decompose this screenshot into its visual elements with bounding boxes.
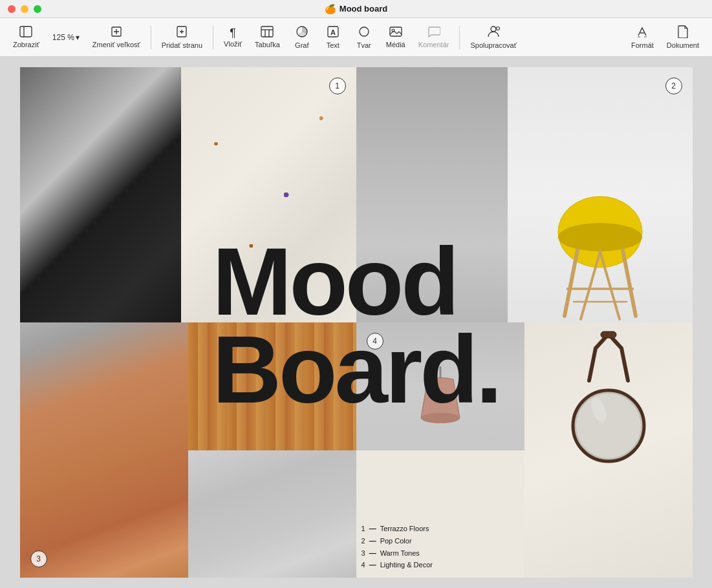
toolbar-label-format: Formát bbox=[631, 41, 654, 49]
canvas[interactable]: 1 bbox=[0, 57, 712, 588]
format-icon bbox=[636, 25, 649, 40]
toolbar-item-vlozit[interactable]: ¶ Vložiť bbox=[219, 25, 247, 50]
traffic-lights bbox=[8, 5, 41, 13]
toolbar-label-komentar: Komentár bbox=[418, 41, 449, 48]
page-badge-3: 3 bbox=[30, 551, 47, 567]
toolbar-label-media: Médiá bbox=[386, 41, 405, 48]
bottom-right-inner: 1 — Terrazzo Floors 2 — Pop Color 3 — bbox=[356, 322, 693, 578]
terrazzo-image bbox=[181, 67, 356, 322]
sofa-panel bbox=[20, 322, 188, 578]
toolbar-separator-3 bbox=[459, 26, 460, 49]
legend-num-4: 4 bbox=[361, 559, 365, 571]
toolbar-item-dokument[interactable]: Dokument bbox=[662, 23, 704, 52]
toolbar-label-text: Text bbox=[327, 41, 340, 49]
toolbar-label-tvar: Tvar bbox=[357, 41, 371, 49]
svg-line-19 bbox=[623, 250, 636, 316]
media-icon bbox=[389, 26, 402, 39]
bottom-left-inner bbox=[20, 322, 356, 578]
table-icon bbox=[261, 26, 274, 39]
legend-item-4: 4 — Lighting & Decor bbox=[361, 559, 519, 571]
black-chair-image bbox=[20, 67, 182, 322]
toolbar-item-komentar[interactable]: Komentár bbox=[413, 23, 455, 51]
toolbar-item-graf[interactable]: Graf bbox=[288, 23, 316, 52]
document-icon bbox=[677, 25, 689, 40]
legend-num-2: 2 bbox=[361, 535, 365, 547]
concrete-wall-panel bbox=[356, 67, 508, 322]
svg-point-25 bbox=[421, 413, 460, 423]
svg-text:A: A bbox=[330, 28, 336, 36]
zoom-value: 125 % bbox=[52, 33, 74, 42]
legend-dash-2: — bbox=[369, 535, 376, 547]
add-page-icon bbox=[176, 25, 188, 40]
toolbar-item-spolupracovat[interactable]: Spolupracovať bbox=[465, 23, 521, 52]
page-badge-2: 2 bbox=[665, 78, 682, 94]
cell-top-left: 1 bbox=[20, 67, 356, 322]
page-badge-4: 4 bbox=[367, 333, 383, 350]
legend-item-2: 2 — Pop Color bbox=[361, 535, 519, 547]
concrete-wall-image bbox=[356, 67, 508, 322]
svg-rect-4 bbox=[261, 26, 273, 37]
comment-icon bbox=[427, 26, 440, 39]
text-icon: A bbox=[327, 25, 340, 40]
toolbar-zoom[interactable]: 125 % ▾ bbox=[47, 30, 85, 45]
insert-icon: ¶ bbox=[230, 27, 236, 39]
svg-rect-11 bbox=[360, 27, 369, 36]
toolbar-item-tvar[interactable]: Tvar bbox=[350, 23, 378, 52]
cell-bottom-left: 3 bbox=[20, 322, 356, 578]
sidebar-icon bbox=[19, 26, 32, 39]
svg-rect-0 bbox=[20, 26, 32, 37]
close-button[interactable] bbox=[8, 5, 16, 13]
svg-point-14 bbox=[491, 26, 496, 32]
titlebar: 🍊 Mood board bbox=[0, 0, 712, 18]
toolbar-item-pridat[interactable]: Pridať stranu bbox=[156, 23, 208, 52]
legend-label-1: Terrazzo Floors bbox=[380, 523, 429, 535]
app-icon: 🍊 bbox=[325, 4, 336, 14]
resize-icon bbox=[111, 26, 122, 39]
svg-point-28 bbox=[576, 394, 641, 458]
fur-panel bbox=[188, 450, 356, 578]
toolbar-label-dokument: Dokument bbox=[667, 41, 699, 49]
chart-icon bbox=[296, 25, 308, 40]
zoom-chevron-icon: ▾ bbox=[76, 33, 80, 42]
toolbar-label-zobrazit: Zobraziť bbox=[13, 41, 39, 48]
toolbar-label-tabulka: Tabuľka bbox=[255, 41, 280, 48]
toolbar-separator-1 bbox=[151, 26, 151, 49]
legend-dash-3: — bbox=[369, 547, 376, 560]
page: 1 bbox=[20, 67, 693, 578]
svg-rect-26 bbox=[601, 331, 616, 338]
svg-point-15 bbox=[497, 27, 500, 30]
toolbar-item-zobrazit[interactable]: Zobraziť bbox=[8, 23, 45, 51]
toolbar-item-media[interactable]: Médiá bbox=[381, 23, 411, 51]
toolbar-label-zmenit: Zmeniť veľkosť bbox=[92, 41, 140, 48]
svg-line-18 bbox=[565, 250, 577, 316]
toolbar-item-zmenit[interactable]: Zmeniť veľkosť bbox=[87, 23, 146, 51]
legend-num-1: 1 bbox=[361, 523, 365, 535]
legend-item-3: 3 — Warm Tones bbox=[361, 547, 519, 560]
toolbar-separator-2 bbox=[213, 26, 213, 49]
legend-panel: 1 — Terrazzo Floors 2 — Pop Color 3 — bbox=[356, 450, 524, 578]
mirror-panel bbox=[524, 322, 693, 578]
yellow-chair-panel bbox=[508, 67, 693, 322]
fullscreen-button[interactable] bbox=[34, 5, 41, 13]
legend-label-4: Lighting & Decor bbox=[380, 559, 433, 571]
legend-num-3: 3 bbox=[361, 547, 365, 560]
toolbar-item-text[interactable]: A Text bbox=[319, 23, 347, 52]
cell-bottom-right: 1 — Terrazzo Floors 2 — Pop Color 3 — bbox=[356, 322, 693, 578]
toolbar-item-format[interactable]: Formát bbox=[626, 23, 659, 52]
legend-label-2: Pop Color bbox=[380, 535, 412, 547]
window-title-text: Mood board bbox=[340, 4, 387, 14]
svg-rect-12 bbox=[390, 27, 402, 36]
legend-dash-4: — bbox=[369, 559, 376, 571]
black-chair-panel bbox=[20, 67, 182, 322]
toolbar-item-tabulka[interactable]: Tabuľka bbox=[250, 23, 285, 51]
lamp-svg bbox=[411, 366, 469, 450]
collaborate-icon bbox=[486, 25, 501, 40]
minimize-button[interactable] bbox=[21, 5, 28, 13]
page-badge-1: 1 bbox=[329, 78, 346, 94]
legend-item-1: 1 — Terrazzo Floors bbox=[361, 523, 519, 535]
window-title: 🍊 Mood board bbox=[325, 4, 387, 14]
mirror-svg bbox=[570, 329, 647, 471]
legend-label-3: Warm Tones bbox=[380, 547, 420, 560]
shape-icon bbox=[358, 25, 371, 40]
wood-panel bbox=[188, 322, 356, 450]
